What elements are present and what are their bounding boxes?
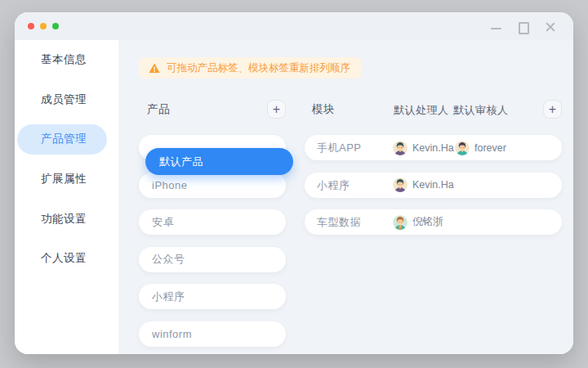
handler-cell: Kevin.Ha <box>393 173 454 198</box>
main-area: 基本信息 成员管理 产品管理 扩展属性 功能设置 个人设置 <box>15 40 573 354</box>
module-name: 车型数据 <box>317 209 361 235</box>
reviewer-cell: forever <box>455 135 506 160</box>
sidebar-item[interactable]: 扩展属性 <box>15 159 118 200</box>
sidebar-item-label: 产品管理 <box>15 132 87 146</box>
sidebar-item[interactable]: 个人设置 <box>15 239 118 279</box>
handler-column-header: 默认处理人 <box>394 103 449 118</box>
handler-avatar <box>393 215 408 230</box>
traffic-lights <box>28 23 59 29</box>
product-card[interactable]: 安卓 <box>139 209 286 235</box>
content-area: 可拖动产品标签、模块标签重新排列顺序 产品 + iPhone 安卓 公众号 小程… <box>118 40 573 354</box>
handler-avatar <box>393 177 408 192</box>
handler-avatar <box>393 141 408 155</box>
maximize-icon[interactable] <box>518 21 528 32</box>
modules-header: 模块 默认处理人 默认审核人 + <box>305 100 562 119</box>
handler-name: 倪铭浙 <box>412 215 443 229</box>
sidebar-item[interactable]: 成员管理 <box>15 80 118 120</box>
products-header: 产品 + <box>139 100 286 119</box>
handler-name: Kevin.Ha <box>412 179 454 191</box>
product-card-label: 安卓 <box>139 215 174 230</box>
sidebar-item[interactable]: 产品管理 <box>15 119 118 159</box>
sidebar-item-label: 成员管理 <box>15 92 87 107</box>
products-title: 产品 <box>147 102 170 117</box>
sidebar: 基本信息 成员管理 产品管理 扩展属性 功能设置 个人设置 <box>15 40 118 354</box>
module-row[interactable]: 小程序 Kevin.Ha <box>305 173 562 198</box>
maximize-dot-icon[interactable] <box>52 23 59 29</box>
module-row[interactable]: 车型数据 倪铭浙 <box>305 209 562 235</box>
modules-column: 模块 默认处理人 默认审核人 + 手机APP Kevin.Ha <box>305 40 562 354</box>
reviewer-name: forever <box>474 142 506 154</box>
dragged-product-label: 默认产品 <box>145 155 203 169</box>
sidebar-item[interactable]: 基本信息 <box>15 40 118 80</box>
close-icon[interactable] <box>545 21 555 32</box>
product-card-label: winform <box>139 328 192 340</box>
sidebar-item-label: 扩展属性 <box>15 172 87 186</box>
sidebar-item[interactable]: 功能设置 <box>15 199 118 239</box>
handler-cell: Kevin.Ha <box>393 135 454 160</box>
product-card[interactable]: iPhone <box>139 173 286 198</box>
sidebar-item-label: 个人设置 <box>15 251 87 266</box>
module-name: 手机APP <box>317 135 362 160</box>
title-bar <box>15 12 573 40</box>
sidebar-item-label: 功能设置 <box>15 212 87 227</box>
minimize-dot-icon[interactable] <box>40 23 47 29</box>
product-card-label: 小程序 <box>139 289 185 304</box>
add-module-button[interactable]: + <box>543 100 562 119</box>
module-row[interactable]: 手机APP Kevin.Ha forever <box>305 135 562 160</box>
app-window: 基本信息 成员管理 产品管理 扩展属性 功能设置 个人设置 <box>15 12 573 354</box>
product-card-label: 公众号 <box>139 252 185 267</box>
product-card[interactable]: winform <box>139 321 286 347</box>
minimize-icon[interactable] <box>491 21 501 32</box>
product-card-label: iPhone <box>139 179 187 191</box>
handler-name: Kevin.Ha <box>412 142 454 154</box>
modules-list: 手机APP Kevin.Ha forever 小程序 <box>305 135 562 247</box>
products-column: 产品 + iPhone 安卓 公众号 小程序 winform 默认产品 <box>139 40 286 354</box>
window-controls <box>491 12 555 40</box>
dragged-product-card[interactable]: 默认产品 <box>145 148 293 175</box>
module-name: 小程序 <box>317 173 350 198</box>
sidebar-item-label: 基本信息 <box>15 52 87 67</box>
close-dot-icon[interactable] <box>28 23 34 29</box>
add-product-button[interactable]: + <box>267 100 286 119</box>
reviewer-column-header: 默认审核人 <box>453 103 509 118</box>
modules-title: 模块 <box>312 102 335 117</box>
reviewer-avatar <box>455 141 470 155</box>
handler-cell: 倪铭浙 <box>393 209 443 235</box>
product-card[interactable]: 小程序 <box>139 284 286 309</box>
product-card[interactable]: 公众号 <box>139 247 286 272</box>
